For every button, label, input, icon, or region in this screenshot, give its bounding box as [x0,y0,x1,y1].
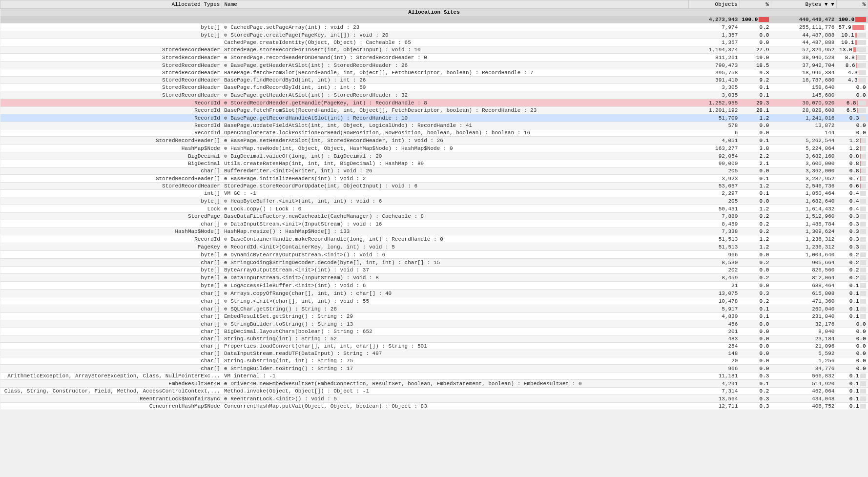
objects-cell: 1,357 [688,39,740,46]
bytes-cell: 255,111,776 [771,23,836,31]
objects-cell: 1,357 [688,31,740,39]
table-row[interactable]: char[]⊕ DataInputStream.<init>(InputStre… [0,220,868,228]
table-row[interactable]: RecordIdBasePage.updateFieldAtSlot(int, … [0,122,868,129]
table-row[interactable]: ConcurrentHashMap$NodeConcurrentHashMap.… [0,403,868,410]
table-row[interactable]: char[]Properties.loadConvert(char[], int… [0,343,868,350]
pct2-cell: 0.4 [836,190,868,197]
col-header-type[interactable]: Allocated Types [0,0,222,9]
table-row[interactable]: EmbedResultSet40⊕ Driver40.newEmbedResul… [0,380,868,388]
table-row[interactable]: RecordIdBasePage.fetchFromSlot(RecordHan… [0,107,868,114]
table-row[interactable]: char[]⊕ StringBuilder.toString() : Strin… [0,365,868,373]
pct1-cell: 19.0 [740,54,771,62]
name-cell: VM internal : -1 [222,373,689,380]
pct1-cell: 0.1 [740,190,771,197]
table-row[interactable]: StoredPageBaseDataFileFactory.newCacheab… [0,213,868,220]
table-row[interactable]: HashMap$Node⊕ HashMap.newNode(int, Objec… [0,145,868,152]
table-row[interactable]: char[]String.substring(int, int) : Strin… [0,357,868,365]
col-header-pct2[interactable]: % [836,0,868,9]
table-row[interactable]: StoredRecordHeader⊕ StoredPage.recordHea… [0,54,868,62]
table-row[interactable]: int[]VM GC : -12,2970.11,850,4640.4 [0,190,868,197]
col-header-pct1[interactable]: % [740,0,771,9]
bytes-cell: 434,048 [771,395,836,403]
table-row[interactable]: RecordId⊕ BasePage.getRecordHandleAtSlot… [0,114,868,122]
table-row[interactable]: StoredRecordHeaderBasePage.fetchFromSlot… [0,69,868,77]
type-cell: StoredRecordHeader [0,91,222,99]
type-cell: ConcurrentHashMap$Node [0,403,222,410]
table-row[interactable]: char[]String.substring(int) : String : 5… [0,335,868,343]
pct2-cell: 1.2 [836,137,868,145]
objects-cell: 966 [688,365,740,373]
name-cell: BaseDataFileFactory.newCacheable(CacheMa… [222,213,689,220]
table-row[interactable]: 4,273,943100.0440,449,472100.0 [0,16,868,23]
table-row[interactable]: byte[]⊕ HeapByteBuffer.<init>(int, int, … [0,197,868,205]
table-row[interactable]: RecordId⊕ StoredRecordHeader.getHandle(P… [0,99,868,107]
table-row[interactable]: RecordId⊕ BaseContainerHandle.makeRecord… [0,235,868,243]
table-row[interactable]: BigDecimalUtils.createRatesMap(int, int,… [0,160,868,167]
table-row[interactable]: StoredRecordHeader[]⊕ BasePage.setHeader… [0,137,868,145]
pct2-cell: 0.3 [836,114,868,122]
table-row[interactable]: ReentrantLock$NonfairSync⊕ ReentrantLock… [0,395,868,403]
table-row[interactable]: StoredRecordHeaderBasePage.findRecordByI… [0,84,868,91]
table-row[interactable]: StoredRecordHeader⊕ BasePage.getHeaderAt… [0,91,868,99]
pct1-cell: 18.5 [740,62,771,69]
pct1-cell: 0.2 [740,274,771,282]
objects-cell: 7,314 [688,388,740,395]
table-row[interactable]: RecordIdOpenConglomerate.lockPositionFor… [0,129,868,137]
table-row[interactable]: char[]⊕ SQLChar.getString() : String : 2… [0,305,868,313]
name-cell: Method.invoke(Object, Object[]) : Object… [222,388,689,395]
pct1-cell: 0.2 [740,388,771,395]
table-row[interactable]: CachedPage.createIdentity(Object, Object… [0,39,868,46]
bytes-cell: 158,640 [771,84,836,91]
objects-cell: 163,277 [688,145,740,152]
objects-cell: 50,451 [688,205,740,213]
table-row[interactable]: StoredRecordHeader[]⊕ BasePage.initializ… [0,175,868,183]
bytes-cell: 260,040 [771,305,836,313]
bytes-cell: 44,487,888 [771,31,836,39]
name-cell: ⊕ RecordId.<init>(ContainerKey, long, in… [222,243,689,251]
table-row[interactable]: StoredRecordHeader⊕ BasePage.getHeaderAt… [0,62,868,69]
bytes-cell: 57,329,952 [771,46,836,54]
objects-cell: 205 [688,167,740,175]
table-row[interactable]: char[]BufferedWriter.<init>(Writer, int)… [0,167,868,175]
objects-cell: 20 [688,357,740,365]
table-row[interactable]: char[]DataInputStream.readUTF(DataInput)… [0,350,868,357]
table-row[interactable]: Class, String, Constructor, Field, Metho… [0,388,868,395]
pct1-cell: 3.8 [740,145,771,152]
name-cell: BasePage.fetchFromSlot(RecordHandle, int… [222,69,689,77]
table-row[interactable]: BigDecimal⊕ BigDecimal.valueOf(long, int… [0,152,868,160]
table-row[interactable]: byte[]⊕ LogAccessFileBuffer.<init>(int) … [0,282,868,290]
pct1-cell: 0.1 [740,91,771,99]
name-cell: ⊕ BasePage.setHeaderAtSlot(int, StoredRe… [222,137,689,145]
objects-cell: 811,261 [688,54,740,62]
table-row[interactable]: char[]EmbedResultSet.getString() : Strin… [0,313,868,320]
table-row[interactable]: PageKey⊕ RecordId.<init>(ContainerKey, l… [0,243,868,251]
table-row[interactable]: byte[]⊕ DataInputStream.<init>(InputStre… [0,274,868,282]
type-cell [0,16,222,23]
name-cell: HashMap.resize() : HashMap$Node[] : 133 [222,228,689,235]
table-row[interactable]: ArithmeticException, ArrayStoreException… [0,373,868,380]
bytes-cell: 1,004,640 [771,251,836,259]
table-row[interactable]: Lock⊕ Lock.copy() : Lock : 050,4511.21,6… [0,205,868,213]
type-cell: StoredRecordHeader [0,46,222,54]
table-row[interactable]: byte[]⊕ StoredPage.createPage(PageKey, i… [0,31,868,39]
table-row[interactable]: byte[]⊕ DynamicByteArrayOutputStream.<in… [0,251,868,259]
table-row[interactable]: byte[]ByteArrayOutputStream.<init>(int) … [0,267,868,274]
objects-cell: 4,273,943 [688,16,740,23]
col-header-objects[interactable]: Objects [688,0,740,9]
table-row[interactable]: StoredRecordHeaderStoredPage.storeRecord… [0,183,868,190]
table-row[interactable]: char[]⊕ Arrays.copyOfRange(char[], int, … [0,290,868,297]
table-row[interactable]: HashMap$Node[]HashMap.resize() : HashMap… [0,228,868,235]
table-row[interactable]: char[]⊕ StringBuilder.toString() : Strin… [0,320,868,328]
table-row[interactable]: StoredRecordHeaderBasePage.findRecordByI… [0,77,868,84]
col-header-name[interactable]: Name [222,0,689,9]
table-row[interactable]: char[]⊕ String.<init>(char[], int, int) … [0,297,868,305]
table-row[interactable]: StoredRecordHeaderStoredPage.storeRecord… [0,46,868,54]
bytes-cell: 144 [771,129,836,137]
table-row[interactable]: byte[]⊕ CachedPage.setPageArray(int) : v… [0,23,868,31]
table-row[interactable]: char[]BigDecimal.layoutChars(boolean) : … [0,328,868,335]
pct1-cell: 0.2 [740,259,771,267]
type-cell: StoredRecordHeader [0,69,222,77]
table-row[interactable]: char[]⊕ StringCoding$StringDecoder.decod… [0,259,868,267]
col-header-bytes[interactable]: Bytes ▼ [771,0,836,9]
objects-cell: 4,291 [688,380,740,388]
